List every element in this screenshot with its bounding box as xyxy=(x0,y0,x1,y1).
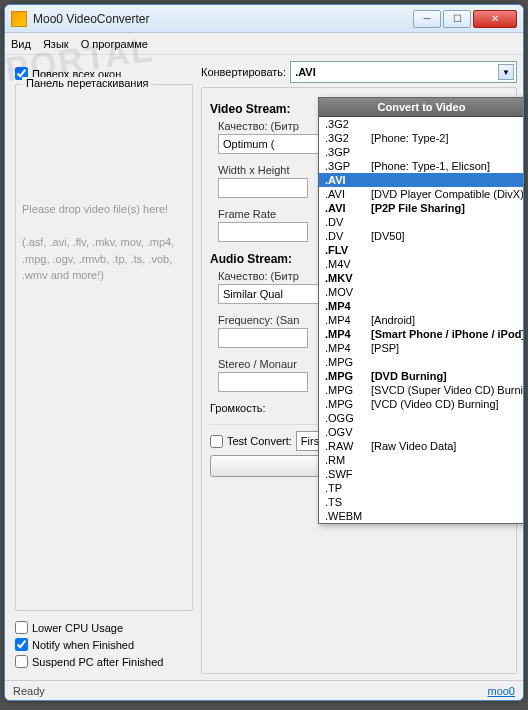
frequency-input[interactable] xyxy=(218,328,308,348)
dropdown-item[interactable]: .AVI[DVD Player Compatible (DivX)] xyxy=(319,187,524,201)
drop-hint[interactable]: Please drop video file(s) here! (.asf, .… xyxy=(22,201,186,284)
format-combo[interactable]: .AVI ▼ xyxy=(290,61,517,83)
dropdown-item[interactable]: .TP xyxy=(319,481,524,495)
dropdown-item[interactable]: .MPG[DVD Burning] xyxy=(319,369,524,383)
app-icon xyxy=(11,11,27,27)
close-button[interactable]: ✕ xyxy=(473,10,517,28)
menu-view[interactable]: Вид xyxy=(11,38,31,50)
dropdown-item[interactable]: .MP4[Smart Phone / iPhone / iPod] xyxy=(319,327,524,341)
width-height-input[interactable] xyxy=(218,178,308,198)
dropdown-item[interactable]: .DV xyxy=(319,215,524,229)
window-title: Moo0 VideoConverter xyxy=(33,12,413,26)
dropdown-item[interactable]: .MPG[SVCD (Super Video CD) Burning] xyxy=(319,383,524,397)
dropdown-header: Convert to Video xyxy=(319,98,524,117)
dropdown-item[interactable]: .FLV xyxy=(319,243,524,257)
dropdown-item[interactable]: .MPG xyxy=(319,355,524,369)
dropdown-item[interactable]: .MPG[VCD (Video CD) Burning] xyxy=(319,397,524,411)
dropdown-item[interactable]: .AVI[P2P File Sharing] xyxy=(319,201,524,215)
dropdown-item[interactable]: .OGG xyxy=(319,411,524,425)
left-panel: Поверх всех окон Панель перетаскивания P… xyxy=(11,61,201,674)
status-link[interactable]: moo0 xyxy=(487,685,515,697)
dropdown-item[interactable]: .3GP[Phone: Type-1, Elicson] xyxy=(319,159,524,173)
menubar: Вид Язык О программе xyxy=(5,33,523,55)
dropdown-item[interactable]: .MP4[PSP] xyxy=(319,341,524,355)
drop-panel-legend: Панель перетаскивания xyxy=(22,77,153,89)
suspend-checkbox[interactable]: Suspend PC after Finished xyxy=(15,655,193,668)
dropdown-item[interactable]: .WEBM xyxy=(319,509,524,523)
dropdown-item[interactable]: .3G2[Phone: Type-2] xyxy=(319,131,524,145)
volume-label: Громкость: xyxy=(210,402,266,414)
titlebar[interactable]: Moo0 VideoConverter ─ ☐ ✕ xyxy=(5,5,523,33)
dropdown-item[interactable]: .3G2 xyxy=(319,117,524,131)
format-dropdown[interactable]: Convert to Video .3G2.3G2[Phone: Type-2]… xyxy=(318,97,524,524)
statusbar: Ready moo0 xyxy=(5,680,523,700)
notify-checkbox[interactable]: Notify when Finished xyxy=(15,638,193,651)
dropdown-item[interactable]: .DV[DV50] xyxy=(319,229,524,243)
dropdown-item[interactable]: .OGV xyxy=(319,425,524,439)
chevron-down-icon[interactable]: ▼ xyxy=(498,64,514,80)
dropdown-item[interactable]: .AVI xyxy=(319,173,524,187)
stereo-input[interactable] xyxy=(218,372,308,392)
dropdown-item[interactable]: .MKV xyxy=(319,271,524,285)
dropdown-item[interactable]: .MP4[Android] xyxy=(319,313,524,327)
dropdown-item[interactable]: .M4V xyxy=(319,257,524,271)
test-convert-checkbox[interactable]: Test Convert: xyxy=(210,435,292,448)
dropdown-item[interactable]: .RAW[Raw Video Data] xyxy=(319,439,524,453)
minimize-button[interactable]: ─ xyxy=(413,10,441,28)
dropdown-item[interactable]: .SWF xyxy=(319,467,524,481)
lower-cpu-checkbox[interactable]: Lower CPU Usage xyxy=(15,621,193,634)
dropdown-item[interactable]: .RM xyxy=(319,453,524,467)
menu-lang[interactable]: Язык xyxy=(43,38,69,50)
drop-panel-group: Панель перетаскивания Please drop video … xyxy=(15,84,193,611)
dropdown-item[interactable]: .3GP xyxy=(319,145,524,159)
maximize-button[interactable]: ☐ xyxy=(443,10,471,28)
status-text: Ready xyxy=(13,685,45,697)
dropdown-item[interactable]: .TS xyxy=(319,495,524,509)
framerate-input[interactable] xyxy=(218,222,308,242)
dropdown-item[interactable]: .MP4 xyxy=(319,299,524,313)
app-window: PORTAL Moo0 VideoConverter ─ ☐ ✕ Вид Язы… xyxy=(4,4,524,701)
menu-about[interactable]: О программе xyxy=(81,38,148,50)
convert-label: Конвертировать: xyxy=(201,66,286,78)
dropdown-item[interactable]: .MOV xyxy=(319,285,524,299)
